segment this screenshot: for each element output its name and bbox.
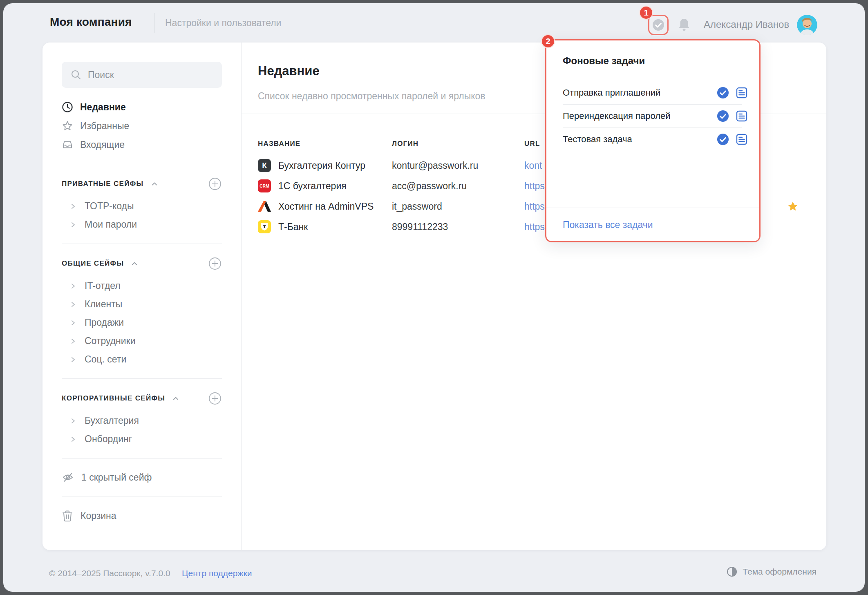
trash-item[interactable]: Корзина xyxy=(62,506,222,525)
task-done-icon xyxy=(717,110,729,122)
task-row: Тестовая задача xyxy=(563,128,748,151)
sidebar-item-label: Недавние xyxy=(80,102,126,113)
hidden-vaults-item[interactable]: 1 скрытый сейф xyxy=(62,468,222,487)
chevron-right-icon[interactable] xyxy=(70,221,76,228)
show-all-tasks-link[interactable]: Показать все задачи xyxy=(563,219,653,230)
vault-item-sales[interactable]: Продажи xyxy=(62,313,222,332)
password-name: Бухгалтерия Контур xyxy=(278,160,365,171)
vault-item-social[interactable]: Соц. сети xyxy=(62,350,222,369)
check-circle-icon xyxy=(652,18,665,31)
password-name: Т-Банк xyxy=(278,221,308,233)
chevron-up-icon[interactable] xyxy=(172,394,180,403)
background-tasks-popup: Фоновые задачи Отправка приглашений Пере… xyxy=(545,39,761,242)
page-title: Недавние xyxy=(258,64,320,78)
vault-item-label: ТОТР-коды xyxy=(85,201,134,212)
section-shared-vaults: ОБЩИЕ СЕЙФЫ xyxy=(62,255,222,272)
tbank-logo-icon xyxy=(258,220,271,233)
task-label: Тестовая задача xyxy=(563,134,632,145)
vault-item-totp[interactable]: ТОТР-коды xyxy=(62,197,222,215)
chevron-up-icon[interactable] xyxy=(150,180,159,188)
chevron-right-icon[interactable] xyxy=(70,418,76,424)
page-subtitle: Список недавно просмотренных паролей и я… xyxy=(258,91,485,102)
task-label: Отправка приглашений xyxy=(563,87,660,98)
shared-vaults-list: IT-отдел Клиенты Продажи Сотрудники Соц.… xyxy=(62,277,222,369)
header-divider xyxy=(154,13,155,33)
sidebar-item-recent[interactable]: Недавние xyxy=(62,98,222,116)
vault-item-label: Онбординг xyxy=(85,434,132,445)
section-corporate-vaults: КОРПОРАТИВНЫЕ СЕЙФЫ xyxy=(62,390,222,407)
chevron-up-icon[interactable] xyxy=(130,259,139,268)
copyright-text: © 2014–2025 Пассворк, v.7.0.0 xyxy=(49,568,170,578)
sidebar-item-label: Избранные xyxy=(80,121,129,132)
crm-logo-icon: CRM xyxy=(258,179,271,192)
support-center-link[interactable]: Центр поддержки xyxy=(182,568,252,578)
section-private-vaults: ПРИВАТНЫЕ СЕЙФЫ xyxy=(62,176,222,192)
trash-label: Корзина xyxy=(81,510,116,521)
search-input[interactable] xyxy=(88,69,213,81)
add-vault-button[interactable] xyxy=(208,257,222,271)
task-done-icon xyxy=(717,133,729,145)
star-outline-icon xyxy=(62,120,73,132)
vault-item-my-passwords[interactable]: Мои пароли xyxy=(62,215,222,234)
section-title: ОБЩИЕ СЕЙФЫ xyxy=(62,259,124,268)
sidebar-item-favorites[interactable]: Избранные xyxy=(62,116,222,135)
theme-toggle[interactable]: Тема оформления xyxy=(727,566,817,577)
sidebar-divider xyxy=(62,244,222,244)
private-vaults-list: ТОТР-коды Мои пароли xyxy=(62,197,222,234)
task-row: Отправка приглашений xyxy=(563,81,748,104)
background-tasks-button[interactable] xyxy=(648,15,669,35)
vault-item-label: Сотрудники xyxy=(85,336,136,347)
vault-item-label: Клиенты xyxy=(85,299,122,310)
add-vault-button[interactable] xyxy=(208,391,222,405)
chevron-right-icon[interactable] xyxy=(70,436,76,443)
vault-item-clients[interactable]: Клиенты xyxy=(62,295,222,313)
vault-item-accounting[interactable]: Бухгалтерия xyxy=(62,412,222,430)
task-list: Отправка приглашений Переиндексация паро… xyxy=(563,81,748,151)
kontur-logo-icon: К xyxy=(258,159,271,172)
task-log-icon[interactable] xyxy=(736,133,748,145)
vault-item-onboarding[interactable]: Онбординг xyxy=(62,430,222,448)
password-login: acc@passwork.ru xyxy=(392,181,524,192)
vault-item-employees[interactable]: Сотрудники xyxy=(62,332,222,350)
clock-icon xyxy=(62,101,73,113)
vault-item-label: Продажи xyxy=(85,317,124,328)
vault-item-label: Соц. сети xyxy=(85,354,126,365)
corporate-vaults-list: Бухгалтерия Онбординг xyxy=(62,412,222,448)
sidebar-item-label: Входящие xyxy=(80,139,125,150)
task-row: Переиндексация паролей xyxy=(563,105,748,128)
column-header-login: ЛОГИН xyxy=(392,140,524,148)
chevron-right-icon[interactable] xyxy=(70,283,76,289)
sidebar-divider xyxy=(62,164,222,164)
chevron-right-icon[interactable] xyxy=(70,356,76,363)
section-title: КОРПОРАТИВНЫЕ СЕЙФЫ xyxy=(62,394,165,403)
column-header-name: НАЗВАНИЕ xyxy=(258,140,392,148)
hidden-vaults-label: 1 скрытый сейф xyxy=(81,472,152,483)
sidebar: Недавние Избранные Входящие ПРИВАТНЫЕ СЕ… xyxy=(43,42,242,550)
vault-item-label: IT-отдел xyxy=(85,280,121,291)
chevron-right-icon[interactable] xyxy=(70,320,76,326)
avatar[interactable] xyxy=(797,15,817,35)
add-vault-button[interactable] xyxy=(208,177,222,191)
user-menu[interactable]: Александр Иванов xyxy=(704,19,789,30)
chevron-right-icon[interactable] xyxy=(70,301,76,308)
trash-icon xyxy=(62,510,73,522)
task-log-icon[interactable] xyxy=(736,87,748,99)
favorite-star-icon[interactable] xyxy=(787,201,799,212)
password-login: 89991112233 xyxy=(392,221,524,233)
inbox-icon xyxy=(62,139,73,150)
chevron-right-icon[interactable] xyxy=(70,203,76,210)
theme-icon xyxy=(727,566,737,577)
app-window: Моя компания Настройки и пользователи 1 … xyxy=(3,3,865,592)
password-name: 1С бухгалтерия xyxy=(278,181,347,192)
vault-item-label: Мои пароли xyxy=(85,219,137,230)
vault-item-it[interactable]: IT-отдел xyxy=(62,277,222,295)
task-log-icon[interactable] xyxy=(736,110,748,122)
sidebar-divider xyxy=(62,378,222,379)
search-box[interactable] xyxy=(62,62,222,88)
adminvps-logo-icon xyxy=(258,200,271,213)
chevron-right-icon[interactable] xyxy=(70,338,76,344)
settings-users-link[interactable]: Настройки и пользователи xyxy=(165,18,281,29)
sidebar-item-inbox[interactable]: Входящие xyxy=(62,135,222,154)
theme-label: Тема оформления xyxy=(743,567,817,577)
notifications-button[interactable] xyxy=(678,18,691,32)
